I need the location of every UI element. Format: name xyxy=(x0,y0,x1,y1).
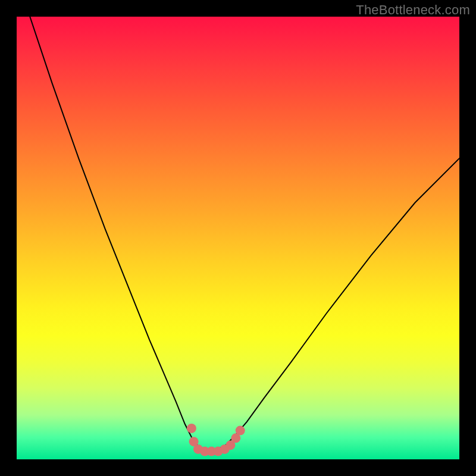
highlight-marker xyxy=(187,424,196,433)
highlight-markers xyxy=(187,424,245,456)
watermark-text: TheBottleneck.com xyxy=(356,2,470,18)
curve-svg xyxy=(17,17,459,459)
plot-area xyxy=(17,17,459,459)
highlight-marker xyxy=(236,426,245,436)
chart-frame: TheBottleneck.com xyxy=(0,0,476,476)
bottleneck-curve xyxy=(30,17,459,450)
